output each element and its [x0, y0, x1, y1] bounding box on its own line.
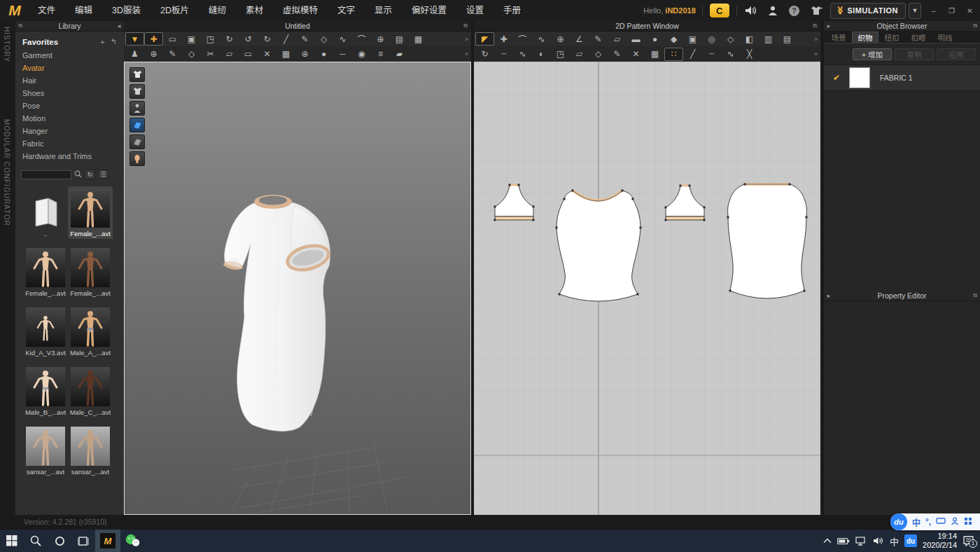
scale-pattern-tool-icon[interactable]: ◳ — [551, 48, 570, 61]
tack-on-avatar-tool-icon[interactable]: ◇ — [182, 48, 201, 61]
sewing-machine-tool-icon[interactable]: ✎ — [608, 48, 626, 61]
fold-arrangement-tool-icon[interactable]: ▱ — [220, 48, 239, 61]
library-item-garment[interactable]: Garment — [15, 49, 124, 62]
simulation-dropdown-button[interactable]: ▼ — [909, 3, 921, 19]
modular-configurator-tab[interactable]: MODULAR CONFIGURATOR — [3, 119, 10, 226]
avatar-thumbnail[interactable]: Female_...avt — [23, 246, 68, 298]
taskbar-search-icon[interactable] — [24, 530, 48, 552]
show-sewing-points-tool-icon[interactable]: ∷ — [664, 48, 683, 61]
add-garment-icon[interactable]: + — [808, 3, 824, 18]
add-point-tool-icon[interactable]: ⊕ — [551, 32, 570, 46]
baidu-ime-logo[interactable]: du — [890, 513, 907, 530]
restore-button[interactable]: ❐ — [946, 6, 958, 15]
show-avatar-icon[interactable] — [130, 101, 145, 116]
edit-curvature-tool-icon[interactable]: ⌒ — [352, 32, 371, 46]
zipper-tool-tool-icon[interactable]: ≡ — [371, 48, 390, 61]
speaker-icon[interactable] — [743, 3, 759, 18]
internal-rectangle-tool-icon[interactable]: ▣ — [683, 32, 702, 46]
library-item-hardware-and-trims[interactable]: Hardware and Trims — [15, 150, 124, 163]
pin-icon[interactable]: ► — [824, 293, 834, 299]
refresh-icon[interactable]: ↻ — [85, 170, 95, 179]
flip-pattern-tool-icon[interactable]: ◐ — [532, 48, 551, 61]
library-item-shoes[interactable]: Shoes — [15, 87, 124, 99]
start-button[interactable] — [0, 530, 24, 552]
account-icon[interactable] — [765, 3, 780, 18]
edit-angle-tool-icon[interactable]: ∠ — [570, 32, 589, 46]
free-sewing-tool-icon[interactable]: ┄ — [702, 48, 721, 61]
pattern2d-titlebar[interactable]: 2D Pattern Window ⧉ — [474, 21, 820, 32]
library-item-hanger[interactable]: Hanger — [15, 125, 124, 137]
pin-icon[interactable]: ► — [824, 23, 834, 29]
select-mesh-tool-icon[interactable]: ◳ — [201, 32, 220, 46]
attach-button-tool-icon[interactable]: ● — [314, 48, 333, 61]
viewport-3d[interactable] — [124, 62, 471, 515]
rotate-curve-tool-icon[interactable]: ↻ — [258, 32, 276, 46]
avatar-thumbnail[interactable]: Male_C_...avt — [68, 365, 113, 418]
baidu-ime-bar[interactable]: du 中 °, — [890, 513, 980, 530]
avatar-thumbnail[interactable]: sansar_...avt — [68, 425, 113, 477]
move-points-2d-tool-icon[interactable]: ┄ — [494, 48, 513, 61]
menu-item[interactable]: 3D服装 — [102, 0, 150, 21]
transform-pattern-tool-icon[interactable]: ◤ — [475, 32, 494, 46]
paint-tool-tool-icon[interactable]: ✎ — [295, 32, 314, 46]
search-icon[interactable] — [74, 170, 82, 179]
volume-icon[interactable] — [873, 537, 884, 545]
object-browser-tab[interactable]: 纽扣 — [878, 32, 905, 43]
garment-fit-grid-tool-icon[interactable]: ▦ — [276, 48, 295, 61]
import-dropdown-tool-icon[interactable]: ▼ — [125, 32, 144, 46]
minimize-button[interactable]: – — [927, 6, 939, 15]
taskbar-clock[interactable]: 19:14 2020/2/14 — [923, 532, 957, 550]
fit-x-tool-icon[interactable]: ✕ — [626, 48, 645, 61]
lock-button-tool-icon[interactable]: ◉ — [352, 48, 371, 61]
segment-sewing-tool-icon[interactable]: ╱ — [683, 48, 702, 61]
library-folder-up[interactable]: .. — [23, 186, 68, 239]
ime-punctuation-icon[interactable]: °, — [925, 517, 931, 527]
object-browser-tab[interactable]: 明线 — [932, 32, 958, 43]
pin-icon[interactable]: ◄ — [114, 23, 124, 29]
menu-item[interactable]: 文字 — [328, 0, 365, 21]
select-move-tool-icon[interactable]: ✚ — [144, 32, 163, 46]
edit-curve-3d-tool-icon[interactable]: ∿ — [333, 32, 352, 46]
library-item-fabric[interactable]: Fabric — [15, 137, 124, 150]
mn-sewing-tool-icon[interactable]: ∿ — [721, 48, 740, 61]
toolbar-overflow-icon[interactable]: » — [814, 50, 820, 57]
detach-sewing-tool-icon[interactable]: ╳ — [740, 48, 759, 61]
create-circle-tool-icon[interactable]: ● — [645, 32, 664, 46]
rotate-gizmo-tool-icon[interactable]: ↻ — [220, 32, 239, 46]
menu-item[interactable]: 虚拟模特 — [273, 0, 328, 21]
show-garment-alt-icon[interactable] — [130, 84, 145, 99]
copy-fabric-button[interactable]: 复制 — [895, 48, 934, 60]
menu-item[interactable]: 缝纫 — [199, 0, 236, 21]
seam-line-tool-icon[interactable]: ─ — [333, 48, 352, 61]
app-logo-icon[interactable]: M — [0, 0, 28, 21]
ime-lang-toggle[interactable]: 中 — [912, 516, 920, 528]
pin-garment-tool-icon[interactable]: ⊕ — [371, 32, 390, 46]
simulation-button[interactable]: ∨∨ SIMULATION — [830, 3, 906, 19]
show-fabric-icon[interactable] — [130, 134, 145, 149]
object-browser-tab[interactable]: 扣眼 — [905, 32, 932, 43]
mirror-pattern-tool-icon[interactable]: ◧ — [740, 32, 759, 46]
menu-item[interactable]: 2D板片 — [150, 0, 199, 21]
viewport3d-titlebar[interactable]: Untitled ⧉ — [124, 21, 471, 32]
back-icon[interactable]: ↰ — [105, 37, 117, 46]
fabric-swatch[interactable] — [849, 67, 870, 88]
library-item-motion[interactable]: Motion — [15, 112, 124, 125]
toolbar-overflow-icon[interactable]: » — [814, 36, 820, 43]
edit-pattern-tool-icon[interactable]: ✚ — [494, 32, 513, 46]
menu-item[interactable]: 设置 — [456, 0, 493, 21]
show-head-icon[interactable] — [130, 151, 145, 166]
popout-icon[interactable]: ⧉ — [460, 22, 471, 29]
add-garment-tool-icon[interactable]: ◇ — [314, 32, 333, 46]
move-points-tool-icon[interactable]: ↺ — [239, 32, 258, 46]
menu-item[interactable]: 编辑 — [65, 0, 102, 21]
taskbar-marvelous-designer[interactable]: M — [95, 530, 120, 552]
garment-fit-x-tool-icon[interactable]: ✕ — [258, 48, 276, 61]
menu-item[interactable]: 显示 — [365, 0, 402, 21]
avatar-thumbnail[interactable]: sansar_...avt — [23, 425, 68, 477]
create-rectangle-tool-icon[interactable]: ▬ — [626, 32, 645, 46]
toolbar-overflow-icon[interactable]: » — [465, 50, 471, 57]
avatar-thumbnail[interactable]: Male_A_...avt — [68, 305, 113, 358]
object-browser-tab[interactable]: 织物 — [852, 32, 878, 43]
rect-select-tool-icon[interactable]: ▭ — [163, 32, 182, 46]
popout-icon[interactable]: ⧉ — [970, 292, 980, 299]
